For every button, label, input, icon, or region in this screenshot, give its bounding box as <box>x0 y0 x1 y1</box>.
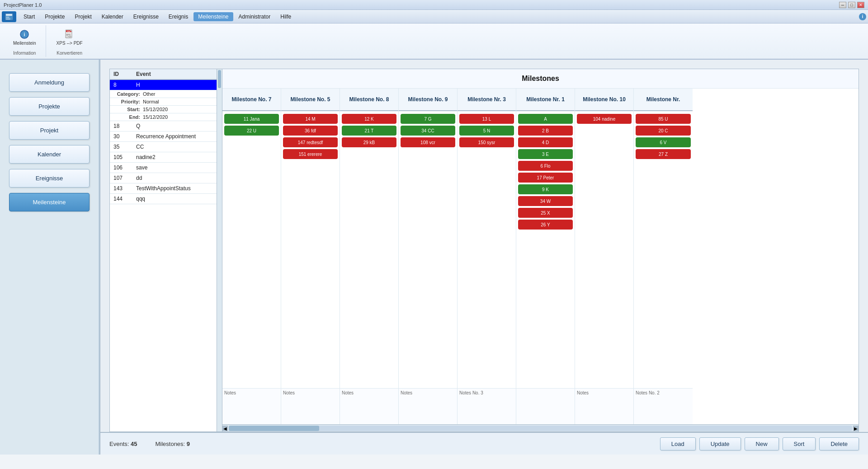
sort-button[interactable]: Sort <box>783 437 816 450</box>
menu-administrator[interactable]: Administrator <box>234 12 275 21</box>
milestone-col-7: Milestone No. 7 11 Jana 22 U Notes <box>222 89 281 424</box>
sidebar-btn-projekt[interactable]: Projekt <box>9 121 90 140</box>
sidebar-btn-projekte[interactable]: Projekte <box>9 97 90 116</box>
milestone-notes-10: Notes <box>575 388 633 424</box>
milestones-status: Milestones: 9 <box>155 441 190 447</box>
milestone-col-3: Milestone Nr. 3 13 L 5 N 150 sysr Notes … <box>458 89 516 424</box>
event-badge[interactable]: 3 E <box>518 149 573 159</box>
meilenstein-icon: i <box>19 29 30 40</box>
event-badge[interactable]: 104 nadine <box>577 114 632 124</box>
event-badge[interactable]: 29 kB <box>342 137 396 147</box>
update-button[interactable]: Update <box>699 437 741 450</box>
load-button[interactable]: Load <box>660 437 696 450</box>
event-badge[interactable]: 20 C <box>636 126 691 136</box>
svg-rect-3 <box>6 19 10 19</box>
svg-text:--> PDF: --> PDF <box>65 36 72 38</box>
table-row-selected[interactable]: 8 H <box>110 80 217 90</box>
event-badge[interactable]: 34 CC <box>401 126 455 136</box>
row-id: 105 <box>110 152 132 163</box>
menu-projekt[interactable]: Projekt <box>70 12 96 21</box>
event-badge[interactable]: 17 Peter <box>518 173 573 183</box>
ribbon-btn-meilenstein[interactable]: i Meilenstein <box>9 27 40 48</box>
menu-ereignisse[interactable]: Ereignisse <box>129 12 163 21</box>
menu-meilensteine[interactable]: Meilensteine <box>193 12 233 21</box>
event-badge[interactable]: 25 X <box>518 208 573 218</box>
event-badge[interactable]: A <box>518 114 573 124</box>
events-scrollbar[interactable] <box>217 69 222 431</box>
event-badge[interactable]: 36 fdf <box>283 126 338 136</box>
delete-button[interactable]: Delete <box>819 437 859 450</box>
menu-start[interactable]: Start <box>19 12 39 21</box>
ribbon-xps-pdf-label: XPS --> PDF <box>57 41 83 46</box>
menu-ereignis[interactable]: Ereignis <box>164 12 193 21</box>
events-scroll[interactable]: ID Event 8 H <box>110 69 217 431</box>
scrollbar-thumb-h[interactable] <box>229 426 319 431</box>
ribbon-meilenstein-label: Meilenstein <box>13 41 36 46</box>
milestones-label: Milestones: <box>155 441 185 447</box>
table-row[interactable]: 144 qqq <box>110 194 217 204</box>
table-row[interactable]: 35 CC <box>110 142 217 152</box>
menu-projekte[interactable]: Projekte <box>40 12 69 21</box>
event-badge[interactable]: 7 G <box>401 114 455 124</box>
minimize-button[interactable]: ─ <box>839 2 846 8</box>
scrollbar-thumb[interactable] <box>218 70 221 88</box>
event-badge[interactable]: 9 K <box>518 184 573 194</box>
help-icon[interactable]: i <box>859 13 866 20</box>
scrollbar-track[interactable] <box>229 426 852 431</box>
event-badge[interactable]: 21 T <box>342 126 396 136</box>
table-row[interactable]: 30 Recurrence Appointment <box>110 131 217 142</box>
milestone-notes-3: Notes No. 3 <box>458 388 516 424</box>
milestones-scroll[interactable]: Milestone No. 7 11 Jana 22 U Notes <box>222 89 859 424</box>
event-badge[interactable]: 6 Flo <box>518 161 573 171</box>
event-badge[interactable]: 26 Y <box>518 220 573 230</box>
selected-id: 8 <box>110 80 132 90</box>
table-row[interactable]: 105 nadine2 <box>110 152 217 163</box>
event-badge[interactable]: 22 U <box>224 126 279 136</box>
event-badge[interactable]: 27 Z <box>636 149 691 159</box>
event-badge[interactable]: 11 Jana <box>224 114 279 124</box>
event-badge[interactable]: 34 W <box>518 196 573 206</box>
close-button[interactable]: ✕ <box>857 2 864 8</box>
event-badge[interactable]: 151 ererere <box>283 149 338 159</box>
event-badge[interactable]: 5 N <box>459 126 514 136</box>
menu-hilfe[interactable]: Hilfe <box>276 12 296 21</box>
table-row[interactable]: 18 Q <box>110 121 217 131</box>
events-panel: ID Event 8 H <box>109 69 222 432</box>
menu-bar: Start Projekte Projekt Kalender Ereignis… <box>0 10 868 23</box>
table-row[interactable]: 143 TestWithAppointStatus <box>110 183 217 194</box>
action-buttons: Load Update New Sort Delete <box>660 437 859 450</box>
pdf-icon: PDF XPS --> PDF <box>64 29 75 40</box>
event-badge[interactable]: 85 U <box>636 114 691 124</box>
row-id: 35 <box>110 142 132 152</box>
table-row[interactable]: 106 save <box>110 163 217 173</box>
event-badge[interactable]: 12 K <box>342 114 396 124</box>
category-value: Other <box>143 91 156 97</box>
event-badge[interactable]: 2 B <box>518 126 573 136</box>
scroll-left-btn[interactable]: ◀ <box>222 426 228 431</box>
sidebar-btn-anmeldung[interactable]: Anmeldung <box>9 73 90 92</box>
svg-text:PDF: PDF <box>67 30 71 33</box>
ribbon-btn-xps-pdf[interactable]: PDF XPS --> PDF XPS --> PDF <box>52 27 87 48</box>
sidebar-btn-kalender[interactable]: Kalender <box>9 145 90 164</box>
sidebar-btn-ereignisse[interactable]: Ereignisse <box>9 169 90 188</box>
row-event: nadine2 <box>132 152 217 163</box>
event-badge[interactable]: 108 vcr <box>401 137 455 147</box>
event-badge[interactable]: 14 M <box>283 114 338 124</box>
maximize-button[interactable]: □ <box>848 2 855 8</box>
milestone-events-partial: 85 U 20 C 6 V 27 Z <box>634 111 693 388</box>
sidebar-btn-meilensteine[interactable]: Meilensteine <box>9 193 90 211</box>
event-badge[interactable]: 150 sysr <box>459 137 514 147</box>
event-badge[interactable]: 6 V <box>636 137 691 147</box>
horizontal-scrollbar[interactable]: ◀ ▶ <box>222 424 859 431</box>
new-button[interactable]: New <box>745 437 779 450</box>
event-badge[interactable]: 4 D <box>518 137 573 147</box>
menu-kalender[interactable]: Kalender <box>97 12 128 21</box>
selected-event: H <box>132 80 217 90</box>
row-event: save <box>132 163 217 173</box>
scroll-right-btn[interactable]: ▶ <box>853 426 859 431</box>
table-row[interactable]: 107 dd <box>110 173 217 183</box>
milestone-events-7: 11 Jana 22 U <box>222 111 281 388</box>
event-badge[interactable]: 147 redtesdf <box>283 137 338 147</box>
milestone-notes-7: Notes <box>222 388 281 424</box>
event-badge[interactable]: 13 L <box>459 114 514 124</box>
